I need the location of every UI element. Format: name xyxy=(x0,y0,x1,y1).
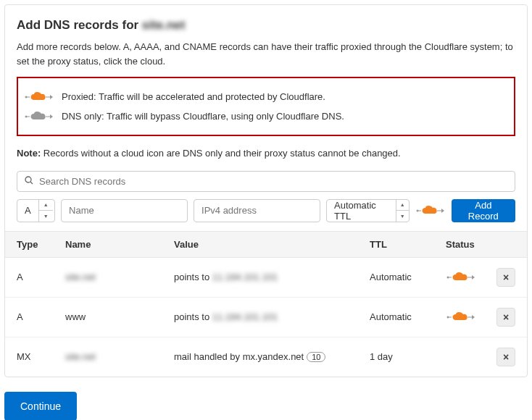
proxy-toggle-icon[interactable] xyxy=(415,202,446,219)
cloud-orange-icon xyxy=(446,269,476,285)
cell-status xyxy=(440,337,491,377)
add-record-button[interactable]: Add Record xyxy=(452,199,515,222)
cell-type[interactable]: A xyxy=(5,257,59,297)
add-record-row: A ▲▼ Automatic TTL ▲▼ Add Record xyxy=(17,199,515,222)
th-name: Name xyxy=(59,231,168,257)
cell-type[interactable]: A xyxy=(5,297,59,337)
legend-dnsonly-text: DNS only: Traffic will bypass Cloudflare… xyxy=(62,111,344,122)
title-prefix: Add DNS records for xyxy=(17,18,142,32)
cloud-orange-icon xyxy=(446,308,476,325)
cell-delete: × xyxy=(491,297,527,337)
cloud-orange-icon xyxy=(24,88,54,105)
legend-dnsonly: DNS only: Traffic will bypass Cloudflare… xyxy=(24,108,508,125)
cell-name[interactable]: site.net xyxy=(59,257,168,297)
cell-name[interactable]: site.net xyxy=(59,337,168,377)
dns-tbody: A site.net points to 11.184.101.101 Auto… xyxy=(5,257,527,377)
note-label: Note: xyxy=(17,148,41,159)
cloud-gray-icon xyxy=(24,108,54,125)
svg-point-2 xyxy=(25,177,31,182)
record-type-value: A xyxy=(17,205,38,216)
th-ttl: TTL xyxy=(364,231,440,257)
cell-value[interactable]: points to 11.184.101.101 xyxy=(168,297,364,337)
priority-badge: 10 xyxy=(307,352,325,362)
search-icon xyxy=(25,176,33,187)
delete-button[interactable]: × xyxy=(496,308,515,327)
cell-value[interactable]: points to 11.184.101.101 xyxy=(168,257,364,297)
dns-table: Type Name Value TTL Status A site.net po… xyxy=(5,231,527,377)
note-text: Note: Records without a cloud icon are D… xyxy=(17,146,515,161)
th-type: Type xyxy=(5,231,59,257)
table-row: A www points to 11.184.101.101 Automatic… xyxy=(5,297,527,337)
cell-status[interactable] xyxy=(440,257,491,297)
cell-value[interactable]: mail handled by mx.yandex.net10 xyxy=(168,337,364,377)
cell-status[interactable] xyxy=(440,297,491,337)
legend-proxied: Proxied: Traffic will be accelerated and… xyxy=(24,88,508,105)
note-body: Records without a cloud icon are DNS onl… xyxy=(41,148,400,159)
ttl-select[interactable]: Automatic TTL ▲▼ xyxy=(326,199,410,222)
delete-button[interactable]: × xyxy=(496,268,515,287)
cell-delete: × xyxy=(491,337,527,377)
record-type-select[interactable]: A ▲▼ xyxy=(17,199,55,222)
record-value-input[interactable] xyxy=(194,199,320,222)
record-name-input[interactable] xyxy=(61,199,188,222)
site-name: site.net xyxy=(142,18,186,32)
legend-proxied-text: Proxied: Traffic will be accelerated and… xyxy=(62,91,325,102)
table-row: MX site.net mail handled by mx.yandex.ne… xyxy=(5,337,527,377)
search-input[interactable] xyxy=(39,176,507,187)
cell-type[interactable]: MX xyxy=(5,337,59,377)
th-value: Value xyxy=(168,231,364,257)
cell-delete: × xyxy=(491,257,527,297)
cell-ttl[interactable]: Automatic xyxy=(364,257,440,297)
th-status: Status xyxy=(440,231,491,257)
dns-card: Add DNS records for site.net Add more re… xyxy=(4,4,528,377)
ttl-value: Automatic TTL xyxy=(327,200,396,222)
cell-ttl[interactable]: 1 day xyxy=(364,337,440,377)
delete-button[interactable]: × xyxy=(496,348,515,366)
svg-line-3 xyxy=(30,182,33,184)
page-subtitle: Add more records below. A, AAAA, and CNA… xyxy=(17,40,515,68)
stepper-icon[interactable]: ▲▼ xyxy=(38,200,53,222)
cell-ttl[interactable]: Automatic xyxy=(364,297,440,337)
continue-button[interactable]: Continue xyxy=(4,392,77,421)
th-delete xyxy=(491,231,527,257)
cell-name[interactable]: www xyxy=(59,297,168,337)
proxy-legend: Proxied: Traffic will be accelerated and… xyxy=(17,77,515,136)
table-row: A site.net points to 11.184.101.101 Auto… xyxy=(5,257,527,297)
stepper-icon[interactable]: ▲▼ xyxy=(396,200,409,222)
page-title: Add DNS records for site.net xyxy=(17,18,515,33)
search-box[interactable] xyxy=(17,171,515,192)
